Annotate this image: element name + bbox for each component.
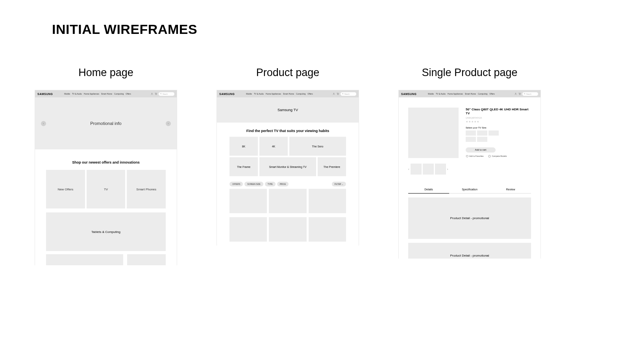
nav-home-appliances[interactable]: Home Appliances: [448, 93, 463, 95]
product-column-title: Product page: [256, 67, 320, 79]
svg-point-12: [489, 155, 490, 157]
filter-bar: OFFERS SCREEN SIZE TYPE PRICE FILTER ⌄: [217, 178, 359, 189]
page-title: INITIAL WIREFRAMES: [0, 0, 644, 37]
size-option[interactable]: [489, 130, 499, 136]
tab-details[interactable]: Details: [408, 186, 449, 194]
product-main-image: [408, 108, 459, 158]
rating-stars[interactable]: ★★★★★: [466, 120, 531, 123]
header-bar: SAMSUNG Mobile TV & Audio Home Appliance…: [35, 90, 177, 97]
single-column: Single Product page SAMSUNG Mobile TV & …: [398, 67, 541, 265]
cat-monitor[interactable]: Smart Monitor & Streaming TV: [259, 157, 316, 176]
nav-computing[interactable]: Computing: [296, 93, 305, 95]
svg-point-11: [524, 93, 525, 94]
logo[interactable]: SAMSUNG: [37, 93, 53, 95]
logo[interactable]: SAMSUNG: [401, 93, 416, 95]
cat-frame[interactable]: The Frame: [229, 157, 258, 176]
product-info: 50" Class Q80T QLED 4K UHD HDR Smart TV …: [466, 108, 531, 158]
thumbnail-image[interactable]: [435, 164, 446, 175]
user-icon[interactable]: [151, 93, 153, 95]
product-card[interactable]: [269, 217, 306, 242]
size-label: Select your TV Size: [466, 127, 531, 129]
nav-smart-home[interactable]: Smart Home: [283, 93, 294, 95]
svg-point-1: [155, 95, 156, 95]
svg-point-4: [333, 93, 334, 94]
nav: Mobile TV & Audio Home Appliances Smart …: [246, 93, 313, 95]
hero-carousel: ‹ Promotional info ›: [35, 97, 177, 149]
card-tablets-computing[interactable]: Tablets & Computing: [46, 212, 166, 251]
nav-smart-home[interactable]: Smart Home: [465, 93, 476, 95]
nav-smart-home[interactable]: Smart Home: [101, 93, 112, 95]
nav-mobile[interactable]: Mobile: [428, 93, 434, 95]
chip-type[interactable]: TYPE: [265, 182, 276, 186]
nav-mobile[interactable]: Mobile: [246, 93, 252, 95]
tab-specification[interactable]: Specification: [449, 186, 490, 193]
search-icon: [342, 93, 344, 95]
nav-home-appliances[interactable]: Home Appliances: [84, 93, 99, 95]
card-smart-phones[interactable]: Smart Phones: [127, 170, 166, 208]
product-card[interactable]: [229, 189, 267, 213]
card-new-offers[interactable]: New Offers: [46, 170, 85, 208]
thumbnail-image[interactable]: [411, 164, 422, 175]
product-card[interactable]: [229, 217, 267, 242]
filter-button[interactable]: FILTER ⌄: [332, 182, 346, 186]
svg-point-7: [342, 93, 343, 94]
product-grid: [217, 189, 359, 242]
search-input[interactable]: Search: [341, 92, 356, 96]
nav-offers[interactable]: Offers: [126, 93, 131, 95]
chip-screen-size[interactable]: SCREEN SIZE: [244, 182, 263, 186]
nav-computing[interactable]: Computing: [478, 93, 487, 95]
chip-offers[interactable]: OFFERS: [229, 182, 243, 186]
product-card[interactable]: [309, 217, 346, 242]
compare-models-button[interactable]: Compare Models: [488, 155, 507, 158]
user-icon[interactable]: [333, 93, 335, 95]
single-frame: SAMSUNG Mobile TV & Audio Home Appliance…: [398, 90, 541, 259]
size-option[interactable]: [466, 130, 476, 136]
size-option[interactable]: [477, 130, 487, 136]
tab-review[interactable]: Review: [490, 186, 531, 193]
add-to-favorites-button[interactable]: Add to Favorites: [466, 155, 483, 158]
add-to-cart-button[interactable]: Add to cart: [466, 147, 496, 153]
cart-icon[interactable]: [155, 93, 157, 95]
nav-mobile[interactable]: Mobile: [64, 93, 70, 95]
card-placeholder[interactable]: [127, 254, 166, 265]
card-tv[interactable]: TV: [87, 170, 126, 208]
cat-8k[interactable]: 8K: [229, 137, 258, 156]
search-placeholder: Search: [526, 93, 531, 95]
thumb-prev-button[interactable]: ‹: [408, 168, 409, 171]
product-card[interactable]: [269, 189, 306, 213]
cat-premiere[interactable]: The Premiere: [318, 157, 346, 176]
product-sku: QN50Q80TAFXZA: [466, 117, 531, 119]
user-icon[interactable]: [514, 93, 517, 95]
nav-computing[interactable]: Computing: [114, 93, 124, 95]
cart-icon[interactable]: [337, 93, 339, 95]
carousel-next-button[interactable]: ›: [166, 121, 171, 126]
fav-label: Add to Favorites: [469, 155, 483, 157]
category-banner: Samsung TV: [217, 97, 359, 123]
search-input[interactable]: Search: [522, 92, 538, 96]
chip-price[interactable]: PRICE: [277, 182, 289, 186]
nav-home-appliances[interactable]: Home Appliances: [266, 93, 281, 95]
size-option[interactable]: [477, 137, 487, 142]
search-input[interactable]: Search: [159, 92, 174, 96]
thumbnail-image[interactable]: [423, 164, 434, 175]
svg-point-6: [338, 95, 339, 95]
cat-sero[interactable]: The Sero: [289, 137, 346, 156]
cat-4k[interactable]: 4K: [259, 137, 288, 156]
logo[interactable]: SAMSUNG: [219, 93, 235, 95]
nav-tv-audio[interactable]: TV & Audio: [72, 93, 82, 95]
nav: Mobile TV & Audio Home Appliances Smart …: [428, 93, 494, 95]
product-card[interactable]: [309, 189, 346, 213]
nav-offers[interactable]: Offers: [489, 93, 495, 95]
nav-tv-audio[interactable]: TV & Audio: [254, 93, 264, 95]
nav-offers[interactable]: Offers: [307, 93, 313, 95]
single-column-title: Single Product page: [422, 67, 517, 79]
svg-point-8: [515, 93, 516, 94]
svg-point-5: [337, 95, 338, 95]
nav-tv-audio[interactable]: TV & Audio: [436, 93, 446, 95]
cart-icon[interactable]: [518, 93, 521, 95]
thumbnail-carousel: ‹ ›: [399, 158, 540, 175]
thumb-next-button[interactable]: ›: [447, 168, 448, 171]
size-option[interactable]: [466, 137, 476, 142]
carousel-prev-button[interactable]: ‹: [41, 121, 46, 126]
card-placeholder[interactable]: [46, 254, 123, 265]
